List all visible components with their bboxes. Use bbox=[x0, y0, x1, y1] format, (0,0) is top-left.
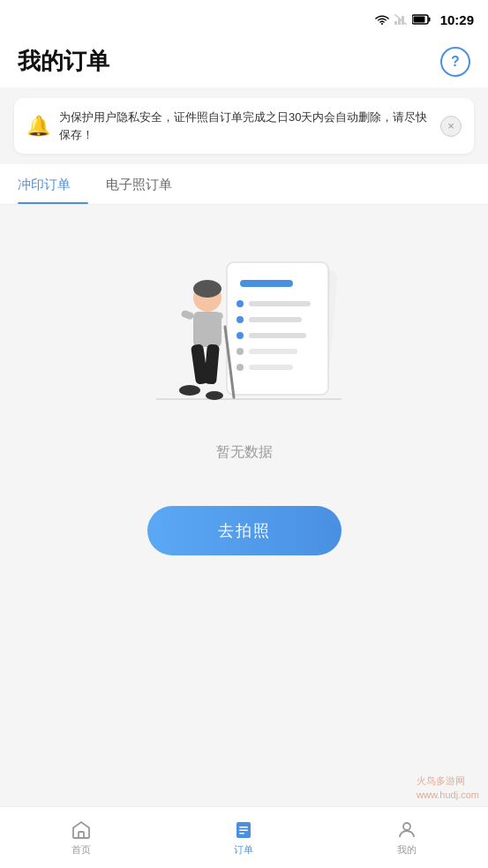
bottom-nav: 首页 订单 我的 bbox=[0, 806, 488, 868]
notice-banner: 🔔 为保护用户隐私安全，证件照自订单完成之日30天内会自动删除，请尽快保存！ × bbox=[14, 98, 474, 154]
notice-text: 为保护用户隐私安全，证件照自订单完成之日30天内会自动删除，请尽快保存！ bbox=[59, 109, 432, 143]
empty-state-text: 暂无数据 bbox=[216, 443, 273, 462]
orders-icon bbox=[233, 819, 254, 841]
watermark: 火鸟多游网 www.hudj.com bbox=[417, 774, 479, 802]
user-icon bbox=[396, 819, 417, 841]
svg-point-30 bbox=[179, 385, 200, 396]
svg-point-21 bbox=[236, 364, 244, 371]
battery-icon bbox=[412, 14, 432, 25]
nav-item-profile[interactable]: 我的 bbox=[326, 819, 488, 857]
wifi-icon bbox=[375, 14, 389, 25]
svg-rect-33 bbox=[79, 832, 84, 838]
svg-rect-22 bbox=[249, 365, 293, 370]
nav-label-profile: 我的 bbox=[397, 843, 417, 857]
nav-item-home[interactable]: 首页 bbox=[0, 819, 162, 857]
svg-point-19 bbox=[236, 348, 244, 355]
status-time: 10:29 bbox=[440, 12, 474, 27]
svg-rect-6 bbox=[428, 18, 430, 22]
status-bar: 10:29 bbox=[0, 0, 488, 39]
svg-rect-18 bbox=[249, 333, 306, 338]
svg-rect-16 bbox=[249, 317, 302, 322]
page-title: 我的订单 bbox=[18, 46, 109, 77]
svg-rect-7 bbox=[413, 17, 424, 23]
svg-rect-36 bbox=[239, 829, 248, 831]
svg-rect-12 bbox=[240, 280, 293, 287]
svg-rect-14 bbox=[249, 301, 311, 306]
svg-rect-35 bbox=[239, 826, 248, 828]
svg-rect-26 bbox=[180, 309, 194, 320]
notice-close-button[interactable]: × bbox=[440, 116, 462, 137]
tab-print-orders[interactable]: 冲印订单 bbox=[18, 164, 88, 204]
signal-icon bbox=[394, 14, 407, 25]
svg-point-17 bbox=[236, 332, 244, 339]
main-content: 暂无数据 去拍照 bbox=[0, 205, 488, 582]
notice-bell-icon: 🔔 bbox=[26, 115, 50, 138]
nav-item-orders[interactable]: 订单 bbox=[162, 819, 325, 857]
svg-rect-29 bbox=[204, 343, 220, 384]
nav-label-home: 首页 bbox=[71, 843, 91, 857]
svg-point-13 bbox=[236, 300, 244, 307]
help-button[interactable]: ? bbox=[440, 47, 470, 77]
home-icon bbox=[71, 819, 92, 841]
svg-rect-37 bbox=[239, 833, 244, 834]
svg-point-0 bbox=[381, 23, 383, 25]
svg-rect-1 bbox=[394, 21, 397, 25]
svg-point-24 bbox=[193, 280, 221, 298]
page-header: 我的订单 ? bbox=[0, 39, 488, 87]
nav-label-orders: 订单 bbox=[234, 843, 253, 857]
empty-illustration bbox=[130, 231, 359, 426]
svg-rect-20 bbox=[249, 349, 297, 354]
take-photo-button[interactable]: 去拍照 bbox=[147, 506, 342, 555]
svg-point-31 bbox=[206, 391, 223, 400]
tabs-bar: 冲印订单 电子照订单 bbox=[0, 164, 488, 205]
svg-point-38 bbox=[403, 823, 410, 830]
tab-photo-orders[interactable]: 电子照订单 bbox=[106, 164, 190, 204]
svg-point-15 bbox=[236, 316, 244, 323]
